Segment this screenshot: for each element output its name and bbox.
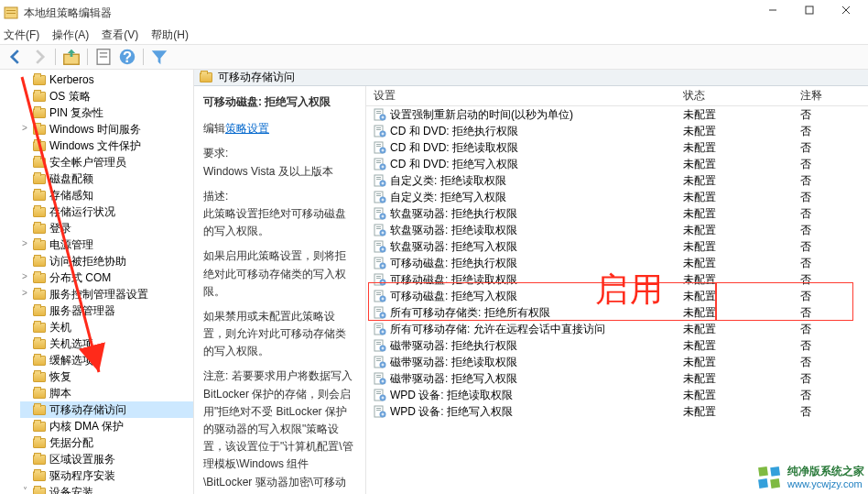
setting-comment: 否 xyxy=(800,124,868,139)
svg-rect-60 xyxy=(383,232,384,235)
tree-item[interactable]: 区域设置服务 xyxy=(20,451,193,467)
setting-comment: 否 xyxy=(800,173,868,189)
setting-row[interactable]: 设置强制重新启动的时间(以秒为单位)未配置否 xyxy=(366,106,868,123)
setting-row[interactable]: 自定义类: 拒绝写入权限未配置否 xyxy=(366,189,868,205)
svg-rect-105 xyxy=(376,360,381,361)
tree-item[interactable]: >Windows 时间服务 xyxy=(20,121,193,137)
menu-help[interactable]: 帮助(H) xyxy=(151,27,189,43)
chevron-right-icon[interactable]: > xyxy=(20,288,29,298)
tree-item[interactable]: 可移动存储访问 xyxy=(20,401,193,418)
tree-item[interactable]: 驱动程序安装 xyxy=(20,467,193,484)
setting-name: 所有可移动存储类: 拒绝所有权限 xyxy=(390,305,550,321)
svg-rect-123 xyxy=(376,410,381,411)
setting-row[interactable]: 可移动磁盘: 拒绝读取权限未配置否 xyxy=(366,271,868,288)
up-button[interactable] xyxy=(61,47,81,67)
chevron-right-icon[interactable]: > xyxy=(20,238,29,248)
tree-item[interactable]: >分布式 COM xyxy=(20,269,193,286)
setting-row[interactable]: WPD 设备: 拒绝写入权限未配置否 xyxy=(366,403,868,420)
column-header-setting[interactable]: 设置 xyxy=(366,88,683,104)
setting-row[interactable]: 所有可移动存储: 允许在远程会话中直接访问未配置否 xyxy=(366,321,868,337)
close-button[interactable] xyxy=(828,0,864,20)
menu-file[interactable]: 文件(F) xyxy=(4,27,39,43)
tree-item[interactable]: 脚本 xyxy=(20,385,193,401)
setting-row[interactable]: 所有可移动存储类: 拒绝所有权限未配置否 xyxy=(366,304,868,321)
chevron-down-icon[interactable]: ˅ xyxy=(20,486,29,494)
tree-pane[interactable]: KerberosOS 策略PIN 复杂性>Windows 时间服务Windows… xyxy=(0,70,194,494)
back-button[interactable] xyxy=(5,47,26,67)
column-header-state[interactable]: 状态 xyxy=(683,88,800,104)
setting-row[interactable]: CD 和 DVD: 拒绝写入权限未配置否 xyxy=(366,156,868,172)
maximize-button[interactable] xyxy=(791,0,828,20)
edit-policy-link[interactable]: 策略设置 xyxy=(225,122,269,135)
svg-rect-15 xyxy=(376,113,381,114)
svg-rect-32 xyxy=(376,160,381,161)
toolbar-separator xyxy=(87,49,88,65)
help-button[interactable]: ? xyxy=(117,47,137,67)
tree-item-label: 关机 xyxy=(49,320,71,335)
menu-view[interactable]: 查看(V) xyxy=(102,27,138,43)
svg-rect-99 xyxy=(376,344,381,345)
forward-button[interactable] xyxy=(29,47,49,67)
policy-icon xyxy=(374,257,386,269)
tree-item[interactable]: 存储感知 xyxy=(20,187,193,203)
filter-button[interactable] xyxy=(149,47,169,67)
tree-item-label: OS 策略 xyxy=(49,89,91,104)
setting-name: WPD 设备: 拒绝写入权限 xyxy=(390,404,513,420)
tree-item[interactable]: 关机选项 xyxy=(20,335,193,352)
tree-item[interactable]: 存储运行状况 xyxy=(20,203,193,220)
tree-item[interactable]: 关机 xyxy=(20,319,193,335)
setting-row[interactable]: 自定义类: 拒绝读取权限未配置否 xyxy=(366,172,868,189)
tree-item[interactable]: 凭据分配 xyxy=(20,434,193,451)
setting-state: 未配置 xyxy=(683,107,800,123)
column-header-comment[interactable]: 注释 xyxy=(800,88,868,104)
setting-row[interactable]: 磁带驱动器: 拒绝读取权限未配置否 xyxy=(366,354,868,370)
setting-comment: 否 xyxy=(800,157,868,172)
setting-row[interactable]: 软盘驱动器: 拒绝执行权限未配置否 xyxy=(366,205,868,222)
tree-item[interactable]: 内核 DMA 保护 xyxy=(20,418,193,434)
svg-rect-36 xyxy=(383,166,384,169)
setting-row[interactable]: CD 和 DVD: 拒绝执行权限未配置否 xyxy=(366,123,868,139)
svg-rect-21 xyxy=(376,129,381,130)
tree-item[interactable]: PIN 复杂性 xyxy=(20,104,193,121)
svg-rect-72 xyxy=(383,265,384,268)
setting-row[interactable]: WPD 设备: 拒绝读取权限未配置否 xyxy=(366,387,868,403)
folder-icon xyxy=(33,224,46,234)
folder-icon xyxy=(33,455,46,465)
tree-item[interactable]: 恢复 xyxy=(20,368,193,385)
tree-item[interactable]: 访问被拒绝协助 xyxy=(20,253,193,269)
tree-item[interactable]: OS 策略 xyxy=(20,88,193,104)
setting-row[interactable]: 磁带驱动器: 拒绝写入权限未配置否 xyxy=(366,370,868,387)
svg-rect-56 xyxy=(376,226,381,227)
tree-item[interactable]: 服务器管理器 xyxy=(20,302,193,319)
tree-item[interactable]: 安全帐户管理员 xyxy=(20,154,193,170)
setting-row[interactable]: 可移动磁盘: 拒绝执行权限未配置否 xyxy=(366,255,868,271)
desc-note: 注意: 若要要求用户将数据写入 BitLocker 保护的存储，则会启用"拒绝对… xyxy=(203,368,356,494)
tree-item[interactable]: >服务控制管理器设置 xyxy=(20,286,193,302)
policy-icon xyxy=(374,372,386,385)
setting-name: 可移动磁盘: 拒绝执行权限 xyxy=(390,256,517,271)
tree-item-label: 安全帐户管理员 xyxy=(49,155,126,170)
minimize-button[interactable] xyxy=(754,0,791,20)
chevron-right-icon[interactable]: > xyxy=(20,123,29,133)
setting-row[interactable]: CD 和 DVD: 拒绝读取权限未配置否 xyxy=(366,139,868,156)
tree-item[interactable]: Kerberos xyxy=(20,71,193,88)
tree-item[interactable]: ˅设备安装 xyxy=(20,484,193,494)
svg-rect-93 xyxy=(376,327,381,328)
properties-button[interactable] xyxy=(93,47,114,67)
chevron-right-icon[interactable]: > xyxy=(20,271,29,281)
tree-item[interactable]: 缓解选项 xyxy=(20,352,193,368)
menu-action[interactable]: 操作(A) xyxy=(52,27,89,43)
setting-comment: 否 xyxy=(800,190,868,205)
right-header: 可移动存储访问 xyxy=(194,70,868,86)
svg-text:?: ? xyxy=(123,49,132,65)
tree-item[interactable]: >电源管理 xyxy=(20,236,193,253)
setting-row[interactable]: 软盘驱动器: 拒绝写入权限未配置否 xyxy=(366,238,868,255)
tree-item[interactable]: 磁盘配额 xyxy=(20,170,193,187)
tree-item[interactable]: Windows 文件保护 xyxy=(20,137,193,154)
setting-row[interactable]: 磁带驱动器: 拒绝执行权限未配置否 xyxy=(366,337,868,354)
folder-icon xyxy=(33,405,46,415)
setting-row[interactable]: 可移动磁盘: 拒绝写入权限未配置否 xyxy=(366,288,868,304)
tree-item[interactable]: 登录 xyxy=(20,220,193,236)
setting-comment: 否 xyxy=(800,388,868,403)
setting-row[interactable]: 软盘驱动器: 拒绝读取权限未配置否 xyxy=(366,222,868,238)
